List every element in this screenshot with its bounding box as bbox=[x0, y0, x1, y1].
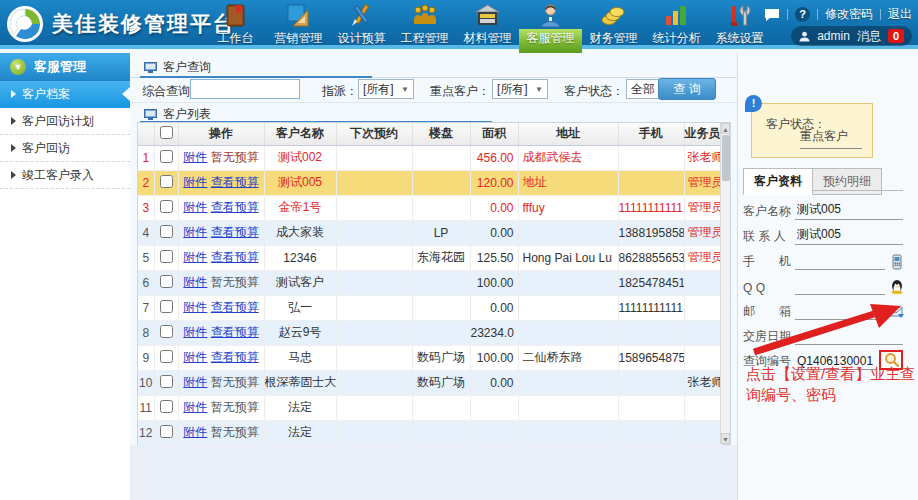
message-bubble-icon[interactable] bbox=[764, 8, 780, 22]
nav-item-营销管理[interactable]: 营销管理 bbox=[267, 0, 330, 49]
table-row[interactable]: 3附件 查看预算金帝1号0.00fffuy11111111111管理员 bbox=[138, 195, 721, 220]
attachment-link[interactable]: 附件 bbox=[183, 175, 207, 189]
sidebar-item-客户回访计划[interactable]: 客户回访计划 bbox=[0, 108, 130, 135]
table-row[interactable]: 1附件 暂无预算测试002456.00成都武侯去张老师 bbox=[138, 145, 721, 170]
table-row[interactable]: 10附件 暂无预算根深蒂固士大数码广场0.00张老师 bbox=[138, 370, 721, 395]
nav-item-工作台[interactable]: 工作台 bbox=[204, 0, 267, 49]
table-row[interactable]: 9附件 查看预算马忠数码广场100.00二仙桥东路15896548754 bbox=[138, 345, 721, 370]
row-checkbox[interactable] bbox=[160, 300, 173, 313]
change-password-link[interactable]: 修改密码 bbox=[825, 6, 873, 23]
view-budget-link[interactable]: 查看预算 bbox=[211, 350, 259, 364]
view-budget-link[interactable]: 查看预算 bbox=[211, 200, 259, 214]
sidebar-item-客户档案[interactable]: 客户档案 bbox=[0, 81, 130, 108]
view-budget-link[interactable]: 查看预算 bbox=[211, 225, 259, 239]
column-header-面积[interactable]: 面积 bbox=[470, 123, 518, 145]
attachment-link[interactable]: 附件 bbox=[183, 400, 207, 414]
field-value[interactable] bbox=[795, 268, 885, 270]
column-header-手机[interactable]: 手机 bbox=[618, 123, 684, 145]
column-header-地址[interactable]: 地址 bbox=[518, 123, 618, 145]
attachment-link[interactable]: 附件 bbox=[183, 200, 207, 214]
select-all-checkbox[interactable] bbox=[160, 126, 173, 139]
field-value[interactable] bbox=[795, 343, 903, 345]
assign-select[interactable]: [所有]▼ bbox=[358, 79, 414, 99]
nav-item-财务管理[interactable]: 财务管理 bbox=[582, 0, 645, 49]
table-row[interactable]: 2附件 查看预算测试005120.00地址管理员 bbox=[138, 170, 721, 195]
logo-icon bbox=[6, 5, 44, 43]
nav-item-统计分析[interactable]: 统计分析 bbox=[645, 0, 708, 49]
nav-item-工程管理[interactable]: 工程管理 bbox=[393, 0, 456, 49]
attachment-link[interactable]: 附件 bbox=[183, 150, 207, 164]
row-checkbox[interactable] bbox=[160, 400, 173, 413]
nav-item-客服管理[interactable]: 客服管理 bbox=[519, 0, 582, 49]
scrollbar-thumb[interactable] bbox=[722, 135, 730, 181]
row-checkbox[interactable] bbox=[160, 425, 173, 438]
sidebar-header[interactable]: ▼ 客服管理 bbox=[0, 53, 130, 81]
row-number: 11 bbox=[138, 395, 154, 420]
combined-query-input[interactable] bbox=[190, 79, 300, 99]
row-checkbox[interactable] bbox=[160, 325, 173, 338]
field-value[interactable] bbox=[795, 318, 885, 320]
row-checkbox[interactable] bbox=[160, 350, 173, 363]
row-actions: 附件 查看预算 bbox=[178, 295, 264, 320]
column-header-业务员[interactable]: 业务员 bbox=[684, 123, 721, 145]
table-row[interactable]: 4附件 查看预算成大家装LP0.0013881958587管理员 bbox=[138, 220, 721, 245]
top-navigation-bar: 美佳装修管理平台 工作台营销管理设计预算工程管理材料管理客服管理财务管理统计分析… bbox=[0, 0, 918, 49]
sidebar-item-客户回访[interactable]: 客户回访 bbox=[0, 135, 130, 162]
attachment-link[interactable]: 附件 bbox=[183, 375, 207, 389]
table-row[interactable]: 5附件 查看预算12346东海花园125.50Hong Pai Lou Lu86… bbox=[138, 245, 721, 270]
row-checkbox[interactable] bbox=[160, 275, 173, 288]
view-budget-link[interactable]: 查看预算 bbox=[211, 300, 259, 314]
table-row[interactable]: 12附件 暂无预算法定 bbox=[138, 420, 721, 445]
nav-item-设计预算[interactable]: 设计预算 bbox=[330, 0, 393, 49]
nav-item-系统设置[interactable]: 系统设置 bbox=[708, 0, 771, 49]
row-checkbox[interactable] bbox=[160, 175, 173, 188]
tab-customer-query[interactable]: 客户查询 bbox=[144, 59, 211, 76]
vip-select[interactable]: [所有]▼ bbox=[492, 79, 548, 99]
messages-badge[interactable]: 0 bbox=[888, 29, 904, 43]
attachment-link[interactable]: 附件 bbox=[183, 225, 207, 239]
attachment-link[interactable]: 附件 bbox=[183, 250, 207, 264]
detail-tab-客户资料[interactable]: 客户资料 bbox=[743, 168, 813, 195]
table-row[interactable]: 7附件 查看预算弘一0.0011111111111 bbox=[138, 295, 721, 320]
detail-field: 交房日期 bbox=[743, 322, 903, 347]
row-checkbox[interactable] bbox=[160, 225, 173, 238]
row-checkbox[interactable] bbox=[160, 375, 173, 388]
messages-link[interactable]: 消息 bbox=[857, 28, 881, 45]
column-header-下次预约[interactable]: 下次预约 bbox=[336, 123, 412, 145]
sidebar-item-竣工客户录入[interactable]: 竣工客户录入 bbox=[0, 162, 130, 189]
attachment-link[interactable]: 附件 bbox=[183, 275, 207, 289]
row-checkbox[interactable] bbox=[160, 150, 173, 163]
search-button[interactable]: 查 询 bbox=[658, 78, 716, 100]
qq-icon[interactable] bbox=[889, 279, 905, 295]
table-row[interactable]: 8附件 查看预算赵云9号23234.0 bbox=[138, 320, 721, 345]
phone-icon[interactable] bbox=[889, 254, 905, 270]
column-header-客户名称[interactable]: 客户名称 bbox=[264, 123, 336, 145]
scroll-down-arrow[interactable]: ▼ bbox=[721, 433, 730, 444]
field-value[interactable]: 测试005 bbox=[795, 226, 903, 245]
view-budget-link[interactable]: 查看预算 bbox=[211, 325, 259, 339]
agent: 管理员 bbox=[684, 170, 721, 195]
attachment-link[interactable]: 附件 bbox=[183, 300, 207, 314]
field-value[interactable] bbox=[795, 293, 885, 295]
view-budget-link[interactable]: 查看预算 bbox=[211, 175, 259, 189]
mail-icon[interactable] bbox=[889, 304, 905, 320]
table-scrollbar[interactable]: ▲ ▼ bbox=[720, 123, 730, 444]
row-checkbox[interactable] bbox=[160, 200, 173, 213]
nav-item-label: 客服管理 bbox=[519, 30, 582, 47]
view-budget-link[interactable]: 查看预算 bbox=[211, 250, 259, 264]
attachment-link[interactable]: 附件 bbox=[183, 425, 207, 439]
attachment-link[interactable]: 附件 bbox=[183, 350, 207, 364]
table-row[interactable]: 6附件 暂无预算测试客户100.0018254784512 bbox=[138, 270, 721, 295]
tab-label: 客户查询 bbox=[163, 59, 211, 76]
nav-item-材料管理[interactable]: 材料管理 bbox=[456, 0, 519, 49]
row-checkbox[interactable] bbox=[160, 250, 173, 263]
column-header-操作[interactable]: 操作 bbox=[178, 123, 264, 145]
table-row[interactable]: 11附件 暂无预算法定 bbox=[138, 395, 721, 420]
row-number: 10 bbox=[138, 370, 154, 395]
scroll-up-arrow[interactable]: ▲ bbox=[721, 123, 730, 134]
field-value[interactable]: 测试005 bbox=[795, 201, 903, 220]
column-header-楼盘[interactable]: 楼盘 bbox=[412, 123, 470, 145]
attachment-link[interactable]: 附件 bbox=[183, 325, 207, 339]
help-icon[interactable]: ? bbox=[795, 7, 810, 22]
logout-link[interactable]: 退出 bbox=[888, 6, 912, 23]
